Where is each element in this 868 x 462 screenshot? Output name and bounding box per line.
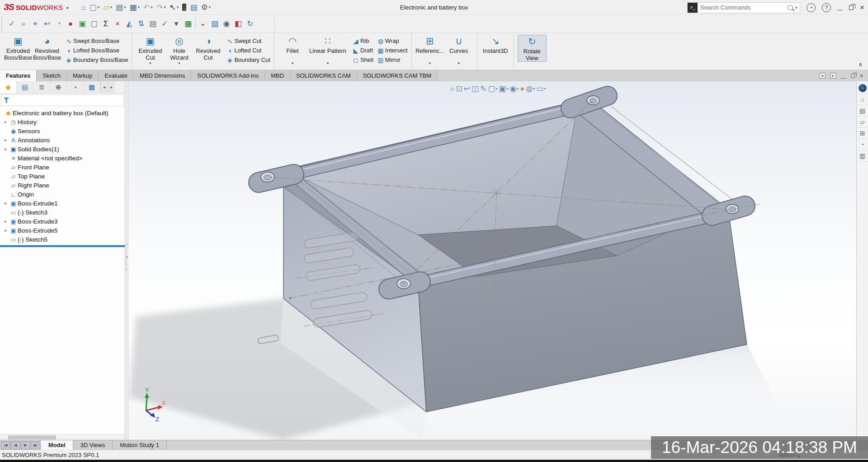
fillet-button[interactable]: ◠ Fillet ▾ <box>278 35 307 65</box>
threedexperience-pane-button[interactable]: ◔ <box>857 83 868 94</box>
tab-solidworks-addins[interactable]: SOLIDWORKS Add-Ins <box>191 70 265 81</box>
collapse-left-pane-button[interactable]: ◂ <box>819 73 826 79</box>
draft-button[interactable]: ◣Draft <box>351 46 373 55</box>
display-style-button[interactable]: ▣▾ <box>499 84 508 93</box>
hide-show-items-button[interactable]: ◉▾ <box>509 84 519 93</box>
compare-documents-icon[interactable]: ▤ <box>147 18 159 30</box>
spell-checker-icon[interactable]: ✓ <box>6 18 18 30</box>
expand-arrow-icon[interactable]: ▸ <box>2 120 9 124</box>
tab-markup[interactable]: Markup <box>67 70 99 81</box>
tab-motion-study-1[interactable]: Motion Study 1 <box>113 440 167 450</box>
chevron-down-icon[interactable]: ▾ <box>292 61 294 65</box>
help-icon[interactable]: ? <box>822 3 831 12</box>
section-properties-icon[interactable]: ↩ <box>41 18 53 30</box>
cam-tree-tab[interactable]: ▩ <box>84 81 100 93</box>
measure-icon[interactable]: ⌕ <box>18 18 29 30</box>
tree-item-sensors[interactable]: ◉Sensors <box>0 126 125 135</box>
geometry-analysis-icon[interactable]: ▢ <box>88 18 100 30</box>
panel-splitter[interactable] <box>125 81 128 440</box>
tab-mbd[interactable]: MBD <box>265 70 290 81</box>
tree-item-top-plane[interactable]: ▱Top Plane <box>0 172 125 181</box>
tab-model[interactable]: Model <box>41 440 73 450</box>
instant3d-button[interactable]: ↘ Instant3D <box>481 35 510 61</box>
boundary-cut-button[interactable]: ◈Boundary Cut <box>225 55 270 65</box>
verification-tool-icon[interactable]: ◉ <box>221 18 232 30</box>
tree-item-origin[interactable]: ∟Origin <box>0 190 125 199</box>
panel-tabs-scroll-left[interactable]: ◂ <box>100 81 108 93</box>
solidworks-logo[interactable]: ЗS SOLIDWORKS <box>4 2 63 12</box>
tab-solidworks-cam-tbm[interactable]: SOLIDWORKS CAM TBM <box>357 70 438 81</box>
appearance-tool-icon[interactable]: ◒ <box>197 18 209 30</box>
tree-item-solid-bodies[interactable]: ▸▣Solid Bodies(1) <box>0 145 125 154</box>
scroll-last-button[interactable]: ▶| <box>31 441 40 449</box>
rollback-bar[interactable] <box>0 245 125 247</box>
document-close-button[interactable]: × <box>860 72 863 79</box>
check-document-icon[interactable]: ▣ <box>76 18 88 30</box>
rib-button[interactable]: ◢Rib <box>351 36 373 46</box>
tree-item-annotations[interactable]: ▸AAnnotations <box>0 135 125 145</box>
linear-pattern-button[interactable]: ∷ Linear Pattern ▾ <box>307 35 349 65</box>
lofted-boss-base-button[interactable]: ◖Lofted Boss/Base <box>64 46 128 55</box>
design-checker-icon[interactable]: ✓ <box>159 18 170 30</box>
custom-properties-button[interactable]: ▥ <box>857 150 868 162</box>
search-dropdown-icon[interactable]: ▾ <box>796 5 798 10</box>
select-tool-button[interactable]: ↖▾ <box>168 1 180 13</box>
tab-solidworks-cam[interactable]: SOLIDWORKS CAM <box>290 70 357 81</box>
hole-wizard-button[interactable]: ◎ Hole Wizard ▾ <box>165 35 193 65</box>
search-commands-box[interactable]: >_ ▾ <box>687 2 800 13</box>
tree-filter-field[interactable] <box>1 94 124 106</box>
shell-button[interactable]: ◻Shell <box>351 55 373 65</box>
tree-item-boss-extrude3[interactable]: ▸▣Boss-Extrude3 <box>0 217 125 226</box>
swept-cut-button[interactable]: ∿Swept Cut <box>225 36 270 46</box>
expand-arrow-icon[interactable]: ▸ <box>2 228 9 233</box>
file-properties-button[interactable]: ▤ <box>189 1 198 13</box>
panel-tabs-scroll-right[interactable]: ▸ <box>108 81 115 93</box>
intersect-button[interactable]: ▦Intersect <box>376 46 408 55</box>
scroll-first-button[interactable]: |◀ <box>1 441 10 449</box>
document-restore-button[interactable] <box>851 74 855 78</box>
tab-3d-views[interactable]: 3D Views <box>73 440 113 450</box>
dimxpert-manager-tab[interactable]: ⊕ <box>50 81 67 93</box>
window-restore-button[interactable] <box>849 5 854 10</box>
options-button[interactable]: ⚙▾ <box>200 1 212 13</box>
appearances-scenes-button[interactable]: ◔ <box>857 139 868 150</box>
expand-arrow-icon[interactable]: ▸ <box>2 147 9 151</box>
draft-analysis-icon[interactable]: ◭ <box>123 18 135 30</box>
mass-properties-icon[interactable]: ⌖ <box>29 18 41 30</box>
new-document-button[interactable]: ▢▾ <box>88 1 101 13</box>
file-explorer-button[interactable]: ▱ <box>857 117 868 128</box>
logo-flyout-icon[interactable]: ▸ <box>66 5 69 10</box>
chevron-down-icon[interactable]: ▾ <box>458 61 460 65</box>
previous-view-button[interactable]: ↩ <box>464 84 470 93</box>
sensors-icon[interactable]: ● <box>65 18 76 30</box>
expand-arrow-icon[interactable]: ▸ <box>2 138 9 142</box>
featuremanager-tree-tab[interactable]: ◆ <box>0 81 17 93</box>
expand-arrow-icon[interactable]: ▸ <box>2 201 9 205</box>
collapse-right-pane-button[interactable]: ▸ <box>830 73 836 79</box>
tree-item-front-plane[interactable]: ▱Front Plane <box>0 163 125 172</box>
section-view-button[interactable]: ◫ <box>472 84 479 93</box>
tab-evaluate[interactable]: Evaluate <box>99 70 134 81</box>
undo-button[interactable]: ↶▾ <box>142 1 154 13</box>
scrollbar-thumb[interactable] <box>8 435 56 439</box>
pattern-tool-icon[interactable]: ▨ <box>209 18 221 30</box>
toolbar-flyout-icon[interactable]: ▾ <box>170 18 182 30</box>
search-input[interactable] <box>700 4 787 11</box>
scroll-prev-button[interactable]: ◀ <box>11 441 20 449</box>
tab-features[interactable]: Features <box>0 70 37 81</box>
revolved-boss-base-button[interactable]: ◕ RevolvedBoss/Base <box>33 35 61 61</box>
view-orientation-button[interactable]: ▢▾ <box>488 84 497 93</box>
scroll-next-button[interactable]: ▶ <box>21 441 30 449</box>
property-manager-tab[interactable]: ▤ <box>17 81 33 93</box>
undercut-analysis-icon[interactable]: ⇅ <box>135 18 147 30</box>
extruded-cut-button[interactable]: ▣ ExtrudedCut ▾ <box>136 35 165 65</box>
tree-item-material[interactable]: ≡Material <not specified> <box>0 154 125 163</box>
tree-item-history[interactable]: ▸◷History <box>0 117 125 126</box>
user-profile-icon[interactable]: ◔ <box>807 3 816 12</box>
view-settings-button[interactable]: ▭▾ <box>536 84 546 93</box>
document-minimize-button[interactable] <box>841 73 846 79</box>
tree-item-sketch5[interactable]: ▭(-) Sketch5 <box>0 235 125 244</box>
zoom-to-area-button[interactable]: ⊡ <box>456 84 462 93</box>
tree-item-sketch3[interactable]: ▭(-) Sketch3 <box>0 208 125 217</box>
window-minimize-button[interactable] <box>837 5 843 10</box>
